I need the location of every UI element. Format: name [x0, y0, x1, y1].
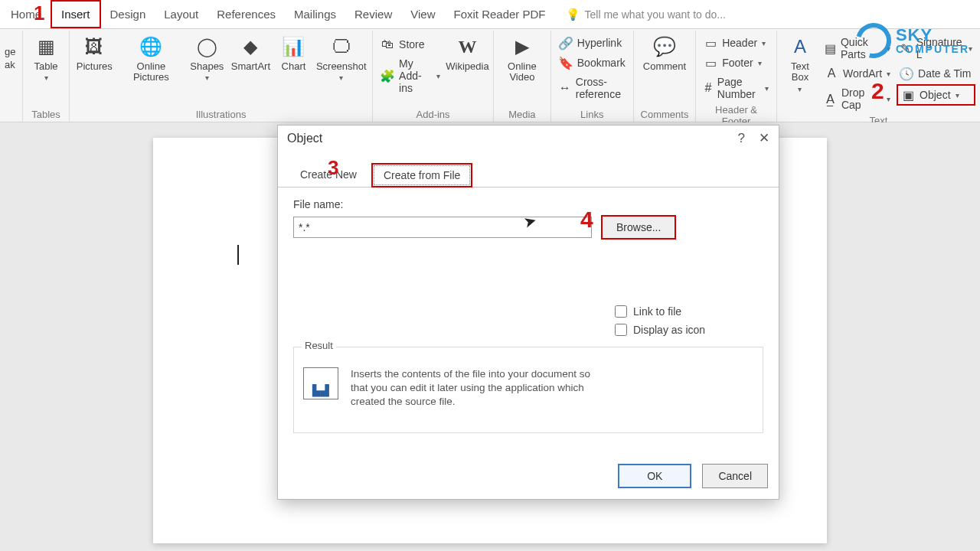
tab-mailings[interactable]: Mailings — [285, 0, 345, 28]
store-icon: 🛍 — [381, 37, 394, 51]
annotation-1: 1 — [34, 2, 44, 25]
tell-me[interactable]: 💡 Tell me what you want to do... — [555, 0, 737, 28]
datetime-button[interactable]: 🕓Date & Tim — [897, 64, 975, 83]
hyperlink-button[interactable]: 🔗Hyperlink — [556, 34, 625, 52]
group-tables: Tables — [28, 107, 64, 120]
tab-create-from-file[interactable]: Create from File — [371, 163, 472, 187]
tab-foxit[interactable]: Foxit Reader PDF — [444, 0, 554, 28]
ribbon-tabs: Home Insert Design Layout References Mai… — [0, 0, 980, 29]
smartart-button[interactable]: ◆SmartArt — [229, 31, 272, 72]
result-panel: Result Inserts the contents of the file … — [293, 347, 763, 433]
lightbulb-icon: 💡 — [566, 8, 580, 21]
wordart-icon: A — [825, 67, 838, 80]
ok-button[interactable]: OK — [618, 464, 691, 488]
shapes-icon: ◯ — [194, 34, 220, 60]
object-button[interactable]: ▣Object — [897, 84, 975, 106]
online-video-button[interactable]: ▶Online Video — [498, 31, 546, 83]
pictures-icon: 🖼 — [81, 34, 107, 60]
store-button[interactable]: 🛍Store — [377, 35, 443, 54]
pictures-button[interactable]: 🖼Pictures — [74, 31, 114, 72]
annotation-3: 3 — [328, 156, 338, 180]
link-to-file-checkbox[interactable]: Link to file — [615, 305, 763, 318]
chart-icon: 📊 — [280, 34, 306, 60]
group-illustrations: Illustrations — [74, 107, 368, 120]
chart-button[interactable]: 📊Chart — [275, 31, 312, 72]
video-icon: ▶ — [509, 34, 535, 60]
tab-review[interactable]: Review — [345, 0, 401, 28]
comment-icon: 💬 — [652, 34, 678, 60]
watermark-logo: SKY COMPUTER — [856, 23, 969, 58]
cross-reference-button[interactable]: ↔Cross-reference — [556, 73, 629, 103]
text-cursor — [237, 245, 239, 265]
bookmark-icon: 🔖 — [559, 56, 573, 70]
page-number-button[interactable]: #Page Number — [701, 73, 772, 103]
cancel-button[interactable]: Cancel — [702, 464, 768, 488]
file-name-label: File name: — [293, 198, 763, 210]
hyperlink-icon: 🔗 — [559, 36, 573, 50]
group-media: Media — [498, 107, 546, 120]
addins-icon: 🧩 — [381, 69, 394, 83]
object-dialog: Object ? ✕ Create New Create from File F… — [277, 125, 779, 500]
smartart-icon: ◆ — [237, 34, 263, 60]
shapes-button[interactable]: ◯Shapes — [188, 31, 226, 82]
display-as-icon-checkbox[interactable]: Display as icon — [615, 324, 763, 336]
cross-ref-icon: ↔ — [559, 81, 571, 95]
tab-view[interactable]: View — [401, 0, 444, 28]
table-button[interactable]: ▦ Table — [28, 31, 64, 82]
object-icon: ▣ — [901, 88, 915, 102]
truncated-button-bot[interactable]: ak — [5, 59, 15, 70]
online-pictures-icon: 🌐 — [138, 34, 164, 60]
ribbon: ge ak ▦ Table Tables 🖼Pictures 🌐Online P… — [0, 29, 980, 122]
dialog-help-button[interactable]: ? — [738, 131, 745, 146]
header-button[interactable]: ▭Header — [701, 34, 769, 52]
group-links: Links — [556, 107, 629, 120]
pagenum-icon: # — [704, 81, 713, 95]
dialog-title: Object — [287, 132, 322, 145]
tab-layout[interactable]: Layout — [155, 0, 207, 28]
watermark-line2: COMPUTER — [896, 44, 969, 54]
quickparts-icon: ▤ — [825, 41, 836, 55]
browse-button[interactable]: Browse... — [601, 215, 676, 240]
result-icon — [303, 367, 338, 399]
comment-button[interactable]: 💬Comment — [639, 31, 691, 72]
tab-references[interactable]: References — [207, 0, 285, 28]
group-addins: Add-ins — [377, 107, 488, 120]
screenshot-button[interactable]: 🖵Screenshot — [315, 31, 368, 82]
wikipedia-icon: W — [454, 34, 480, 60]
annotation-2: 2 — [871, 78, 884, 104]
table-icon: ▦ — [33, 34, 59, 60]
dialog-close-button[interactable]: ✕ — [759, 130, 769, 146]
footer-icon: ▭ — [704, 56, 717, 70]
textbox-icon: A — [787, 34, 813, 60]
watermark-ring-icon — [849, 17, 897, 65]
my-addins-button[interactable]: 🧩My Add-ins — [377, 55, 443, 96]
result-title: Result — [302, 340, 336, 351]
datetime-icon: 🕓 — [900, 67, 913, 80]
tell-me-placeholder: Tell me what you want to do... — [585, 8, 726, 21]
tab-insert[interactable]: Insert — [51, 0, 101, 28]
footer-button[interactable]: ▭Footer — [701, 54, 764, 72]
watermark-line1: SKY — [896, 27, 969, 44]
online-pictures-button[interactable]: 🌐Online Pictures — [117, 31, 185, 83]
group-comments: Comments — [639, 107, 691, 120]
textbox-button[interactable]: AText Box — [782, 31, 818, 93]
annotation-4: 4 — [580, 207, 593, 233]
result-description: Inserts the contents of the file into yo… — [351, 367, 603, 409]
truncated-button-top[interactable]: ge — [5, 46, 15, 57]
tab-design[interactable]: Design — [101, 0, 155, 28]
dropcap-icon: A̲ — [825, 92, 837, 106]
file-name-input[interactable] — [293, 217, 592, 238]
screenshot-icon: 🖵 — [328, 34, 354, 60]
header-icon: ▭ — [704, 36, 717, 50]
bookmark-button[interactable]: 🔖Bookmark — [556, 54, 629, 72]
wikipedia-button[interactable]: WWikipedia — [446, 31, 488, 72]
